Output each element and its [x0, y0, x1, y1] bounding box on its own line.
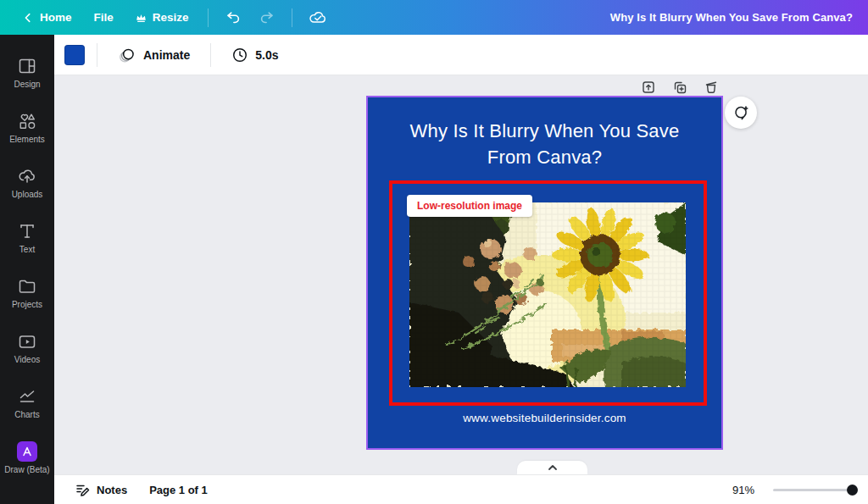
sunflower-illustration [409, 202, 686, 387]
elements-icon [17, 111, 37, 131]
sidebar-item-label: Elements [9, 136, 45, 144]
charts-icon [17, 386, 37, 407]
undo-icon [225, 9, 242, 26]
design-title[interactable]: Why Is It Blurry When You Save From Canv… [368, 118, 721, 170]
collapse-panel-tab[interactable] [517, 461, 587, 474]
draw-icon [17, 441, 37, 462]
top-bar: Home File Resize Why Is It Blurry When Y… [0, 0, 868, 35]
file-label: File [94, 11, 114, 24]
sidebar-item-label: Draw (Beta) [4, 466, 49, 474]
redo-icon [259, 9, 275, 26]
chevron-up-icon [547, 463, 559, 472]
videos-icon [17, 331, 37, 352]
sidebar-item-design[interactable]: Design [0, 45, 54, 100]
crown-icon [136, 13, 147, 23]
page-controls [639, 78, 721, 97]
move-page-up-icon [641, 80, 656, 95]
projects-icon [17, 276, 37, 296]
sidebar-item-projects[interactable]: Projects [0, 265, 54, 320]
comment-plus-icon [732, 103, 750, 122]
notes-button[interactable]: Notes [68, 478, 134, 501]
sidebar-item-draw[interactable]: Draw (Beta) [0, 430, 54, 485]
zoom-slider-knob[interactable] [847, 485, 858, 496]
design-icon [17, 56, 37, 76]
sidebar-item-charts[interactable]: Charts [0, 375, 54, 430]
duplicate-page-button[interactable] [670, 78, 689, 97]
sidebar: Design Elements Uploads Text Projects Vi… [0, 35, 54, 504]
duration-label: 5.0s [255, 48, 278, 62]
redo-button[interactable] [251, 4, 283, 31]
clock-icon [231, 47, 248, 64]
cloud-save-button[interactable] [301, 4, 335, 31]
sidebar-item-uploads[interactable]: Uploads [0, 155, 54, 210]
resize-label: Resize [153, 11, 189, 24]
sidebar-item-label: Uploads [12, 191, 43, 199]
zoom-level: 91% [732, 484, 754, 496]
uploads-icon [17, 166, 37, 186]
toolbar-divider [210, 43, 211, 67]
chevron-left-icon [22, 12, 34, 24]
home-label: Home [40, 11, 72, 24]
document-title[interactable]: Why Is It Blurry When You Save From Canv… [610, 0, 853, 35]
move-page-up-button[interactable] [639, 78, 658, 97]
sidebar-item-text[interactable]: Text [0, 210, 54, 265]
sidebar-item-elements[interactable]: Elements [0, 100, 54, 155]
sidebar-item-videos[interactable]: Videos [0, 320, 54, 375]
file-menu-button[interactable]: File [84, 6, 124, 29]
delete-page-icon [704, 80, 719, 95]
page-indicator[interactable]: Page 1 of 1 [142, 479, 214, 501]
sidebar-item-label: Design [14, 80, 40, 89]
toolbar-divider [97, 43, 97, 67]
notes-label: Notes [97, 484, 127, 496]
topbar-divider [292, 8, 292, 27]
sunflower-image[interactable] [409, 202, 686, 387]
design-footer-url[interactable]: www.websitebuilderinsider.com [368, 412, 721, 424]
back-home-button[interactable]: Home [12, 6, 82, 29]
animate-icon [118, 46, 136, 64]
delete-page-button[interactable] [702, 78, 721, 97]
page-color-swatch[interactable] [64, 45, 85, 65]
sidebar-item-label: Videos [14, 356, 40, 364]
notes-icon [75, 482, 90, 497]
sidebar-item-label: Text [19, 246, 35, 254]
duration-button[interactable]: 5.0s [223, 41, 287, 69]
animate-button[interactable]: Animate [109, 40, 198, 70]
bottom-bar: Notes Page 1 of 1 91% [54, 474, 868, 504]
cloud-check-icon [309, 9, 327, 26]
design-page[interactable]: Why Is It Blurry When You Save From Canv… [366, 96, 723, 450]
duplicate-page-icon [672, 80, 687, 95]
topbar-divider [208, 8, 209, 27]
sidebar-item-label: Projects [12, 301, 42, 309]
low-resolution-badge[interactable]: Low-resolution image [407, 195, 532, 217]
resize-button[interactable]: Resize [125, 6, 199, 29]
editor-toolbar: Animate 5.0s [54, 35, 868, 75]
undo-button[interactable] [217, 4, 249, 31]
sidebar-item-label: Charts [14, 411, 39, 419]
animate-label: Animate [143, 48, 190, 62]
zoom-slider[interactable] [773, 484, 858, 496]
canva-editor: Home File Resize Why Is It Blurry When Y… [0, 0, 868, 504]
text-icon [17, 221, 37, 241]
zoom-slider-track[interactable] [773, 489, 858, 491]
add-comment-button[interactable] [725, 97, 757, 129]
